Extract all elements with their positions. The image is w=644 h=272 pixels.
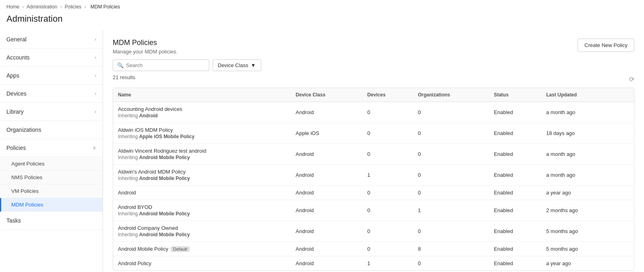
cell-device-class: Android bbox=[291, 256, 363, 271]
search-icon: 🔍 bbox=[117, 62, 124, 68]
cell-organizations: 0 bbox=[413, 144, 489, 165]
policy-inheriting: Inheriting Android bbox=[118, 113, 286, 119]
chevron-right-icon: › bbox=[95, 73, 96, 78]
chevron-right-icon: › bbox=[95, 55, 96, 60]
page-title: Administration bbox=[0, 11, 644, 31]
table-row[interactable]: Accounting Android devicesInheriting And… bbox=[113, 102, 634, 123]
sidebar-item-general[interactable]: General › bbox=[0, 31, 103, 49]
sidebar-item-apps[interactable]: Apps › bbox=[0, 67, 103, 85]
main-content: MDM Policies Manage your MDM policies. C… bbox=[103, 31, 644, 272]
sidebar-item-devices[interactable]: Devices › bbox=[0, 85, 103, 103]
sidebar-subitem-vm-policies[interactable]: VM Policies bbox=[0, 184, 103, 198]
cell-name: Android bbox=[113, 186, 291, 200]
cell-device-class: Android bbox=[291, 221, 363, 242]
breadcrumb-current: MDM Policies bbox=[91, 4, 120, 10]
cell-device-class: Android bbox=[291, 186, 363, 200]
cell-name: Aldwin Vincent Rodriguez test androidInh… bbox=[113, 144, 291, 165]
cell-last-updated: 5 months ago bbox=[541, 242, 616, 256]
cell-organizations: 0 bbox=[413, 102, 489, 123]
policies-table-wrap: Name Device Class Devices Organizations … bbox=[113, 88, 634, 271]
table-row[interactable]: Android BYODInheriting Android Mobile Po… bbox=[113, 200, 634, 221]
chevron-right-icon: › bbox=[95, 37, 96, 42]
cell-organizations: 0 bbox=[413, 221, 489, 242]
breadcrumb-administration[interactable]: Administration bbox=[27, 4, 57, 10]
policies-table: Name Device Class Devices Organizations … bbox=[113, 88, 634, 270]
table-row[interactable]: AndroidAndroid00Enableda year ago bbox=[113, 186, 634, 200]
cell-status: Enabled bbox=[489, 165, 541, 186]
policy-name: Android bbox=[118, 190, 286, 196]
section-subtitle: Manage your MDM policies. bbox=[113, 49, 178, 55]
cell-last-updated: 18 days ago bbox=[541, 123, 616, 144]
table-row[interactable]: Android Company OwnedInheriting Android … bbox=[113, 221, 634, 242]
cell-devices: 0 bbox=[362, 144, 413, 165]
cell-devices: 0 bbox=[362, 242, 413, 256]
policy-name: Aldwin's Android MDM Policy bbox=[118, 169, 286, 175]
cell-name: Aldwin's Android MDM PolicyInheriting An… bbox=[113, 165, 291, 186]
table-header-row: Name Device Class Devices Organizations … bbox=[113, 88, 634, 102]
sidebar-item-tasks[interactable]: Tasks bbox=[0, 212, 103, 230]
cell-actions bbox=[616, 123, 634, 144]
breadcrumb-policies[interactable]: Policies bbox=[65, 4, 81, 10]
search-box[interactable]: 🔍 bbox=[113, 59, 209, 71]
sidebar-subitem-agent-policies[interactable]: Agent Policies bbox=[0, 157, 103, 171]
table-row[interactable]: Aldwin Vincent Rodriguez test androidInh… bbox=[113, 144, 634, 165]
table-row[interactable]: Android PolicyAndroid10Enableda year ago bbox=[113, 256, 634, 271]
cell-actions bbox=[616, 242, 634, 256]
chevron-down-icon: ∨ bbox=[93, 145, 96, 151]
sidebar-label-devices: Devices bbox=[6, 90, 27, 97]
cell-last-updated: 5 months ago bbox=[541, 221, 616, 242]
cell-actions bbox=[616, 256, 634, 271]
table-row[interactable]: Aldwin iOS MDM PolicyInheriting Apple iO… bbox=[113, 123, 634, 144]
sidebar-item-library[interactable]: Library › bbox=[0, 103, 103, 121]
breadcrumb-home[interactable]: Home bbox=[6, 4, 19, 10]
refresh-icon[interactable]: ⟳ bbox=[629, 76, 634, 83]
table-row[interactable]: Android Mobile PolicyDefaultAndroid08Ena… bbox=[113, 242, 634, 256]
col-devices: Devices bbox=[362, 88, 413, 102]
sidebar-item-accounts[interactable]: Accounts › bbox=[0, 49, 103, 67]
col-organizations: Organizations bbox=[413, 88, 489, 102]
cell-last-updated: a month ago bbox=[541, 102, 616, 123]
sidebar-item-organizations[interactable]: Organizations bbox=[0, 121, 103, 139]
policy-inheriting: Inheriting Apple iOS Mobile Policy bbox=[118, 134, 286, 139]
cell-name: Android Company OwnedInheriting Android … bbox=[113, 221, 291, 242]
sidebar-subitem-nms-policies[interactable]: NMS Policies bbox=[0, 171, 103, 184]
policy-inheriting: Inheriting Android Mobile Policy bbox=[118, 211, 286, 217]
cell-devices: 0 bbox=[362, 200, 413, 221]
cell-status: Enabled bbox=[489, 256, 541, 271]
create-policy-button[interactable]: Create New Policy bbox=[578, 39, 634, 52]
cell-devices: 1 bbox=[362, 256, 413, 271]
sidebar-subitem-mdm-policies[interactable]: MDM Policies bbox=[0, 198, 103, 212]
cell-device-class: Apple iOS bbox=[291, 123, 363, 144]
device-class-dropdown[interactable]: Device Class ▼ bbox=[213, 59, 261, 71]
cell-devices: 0 bbox=[362, 123, 413, 144]
sidebar-label-apps: Apps bbox=[6, 72, 19, 79]
cell-device-class: Android bbox=[291, 165, 363, 186]
policy-name: Aldwin Vincent Rodriguez test android bbox=[118, 148, 286, 154]
policy-name: Aldwin iOS MDM Policy bbox=[118, 127, 286, 133]
table-row[interactable]: Aldwin's Android MDM PolicyInheriting An… bbox=[113, 165, 634, 186]
toolbar: 🔍 Device Class ▼ bbox=[113, 59, 634, 71]
sidebar-label-accounts: Accounts bbox=[6, 54, 30, 61]
policy-inheriting: Inheriting Android Mobile Policy bbox=[118, 232, 286, 237]
sidebar-label-library: Library bbox=[6, 108, 24, 115]
search-input[interactable] bbox=[126, 62, 205, 68]
col-actions bbox=[616, 88, 634, 102]
table-container[interactable]: Name Device Class Devices Organizations … bbox=[113, 88, 634, 270]
cell-devices: 1 bbox=[362, 165, 413, 186]
sidebar-item-policies[interactable]: Policies ∨ bbox=[0, 139, 103, 157]
chevron-right-icon: › bbox=[95, 109, 96, 115]
cell-actions bbox=[616, 186, 634, 200]
col-last-updated: Last Updated bbox=[541, 88, 616, 102]
sidebar-policies-submenu: Agent Policies NMS Policies VM Policies … bbox=[0, 157, 103, 212]
device-class-label: Device Class bbox=[218, 62, 248, 68]
sidebar: General › Accounts › Apps › Devices › Li… bbox=[0, 31, 103, 272]
cell-last-updated: a year ago bbox=[541, 186, 616, 200]
cell-device-class: Android bbox=[291, 200, 363, 221]
cell-name: Android Mobile PolicyDefault bbox=[113, 242, 291, 256]
cell-name: Aldwin iOS MDM PolicyInheriting Apple iO… bbox=[113, 123, 291, 144]
cell-last-updated: a year ago bbox=[541, 256, 616, 271]
chevron-right-icon: › bbox=[95, 91, 96, 96]
cell-organizations: 8 bbox=[413, 242, 489, 256]
cell-devices: 0 bbox=[362, 102, 413, 123]
cell-devices: 0 bbox=[362, 186, 413, 200]
